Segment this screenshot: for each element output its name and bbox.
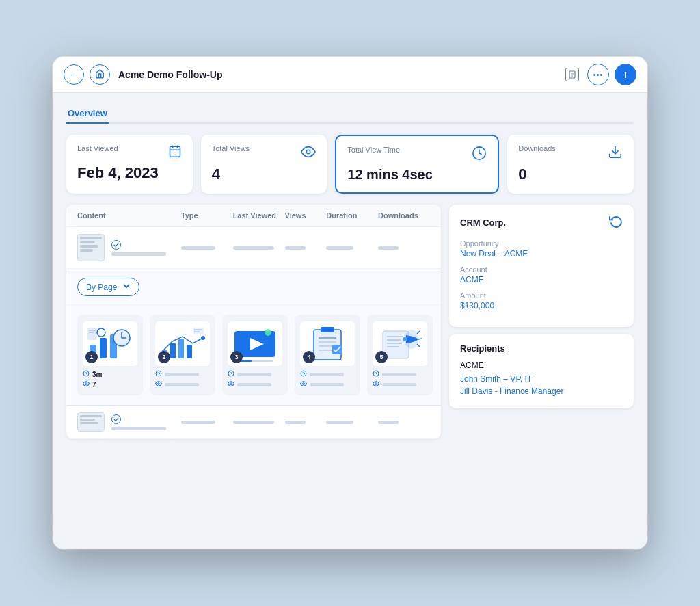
tab-bar: Overview <box>66 104 634 124</box>
content-thumb-2 <box>77 412 181 432</box>
views-icon-1 <box>83 380 90 388</box>
clock-icon <box>472 146 487 164</box>
views-row-1: 7 <box>83 380 137 388</box>
more-button[interactable]: ••• <box>587 64 609 85</box>
last-viewed-label: Last Viewed <box>77 144 118 153</box>
svg-point-55 <box>303 383 305 385</box>
crm-header: CRM Corp. <box>460 214 623 231</box>
download-icon <box>608 144 623 163</box>
thumb-meta-3 <box>228 370 282 388</box>
downloads-bar-t2 <box>378 421 399 424</box>
amount-value: $130,000 <box>460 301 623 311</box>
back-button[interactable]: ← <box>64 64 84 85</box>
views-row-4 <box>300 380 355 388</box>
thumb-visual-2: 2 <box>155 321 210 366</box>
stat-total-views: Total Views 4 <box>201 135 327 194</box>
svg-line-68 <box>376 373 377 374</box>
tab-overview[interactable]: Overview <box>66 104 109 124</box>
views-icon-4 <box>300 380 307 388</box>
thumb-visual-4: 4 <box>300 321 355 366</box>
thumb-info-2 <box>111 414 166 430</box>
page-num-5: 5 <box>375 351 388 363</box>
timer-icon-5 <box>373 370 379 378</box>
duration-bar-3 <box>237 373 271 376</box>
svg-line-22 <box>86 373 88 374</box>
more-icon: ••• <box>593 70 604 79</box>
amount-label: Amount <box>460 291 623 300</box>
main-window: ← Acme Demo Follow-Up •• <box>53 57 647 549</box>
crm-title: CRM Corp. <box>460 218 506 228</box>
svg-rect-46 <box>321 327 334 332</box>
svg-point-28 <box>201 336 205 340</box>
expanded-section: By Page <box>66 269 441 406</box>
col-downloads: Downloads <box>378 211 430 220</box>
info-button[interactable]: i <box>615 64 636 85</box>
stat-last-viewed: Last Viewed Feb 4, 2023 <box>66 135 193 194</box>
last-viewed-bar-2 <box>233 421 274 424</box>
calendar-icon <box>168 144 182 161</box>
svg-point-35 <box>158 383 160 385</box>
opportunity-label: Opportunity <box>460 239 623 248</box>
recipient-company: ACME <box>460 360 623 370</box>
thumb-meta-1: 3m 7 <box>83 370 137 388</box>
type-bar-1 <box>181 246 215 250</box>
crm-account-field: Account ACME <box>460 265 623 285</box>
refresh-button[interactable] <box>609 214 623 231</box>
col-type: Type <box>181 211 233 220</box>
page-thumb-1[interactable]: 1 3m <box>77 315 143 395</box>
content-panel: Content Type Last Viewed Views Duration … <box>66 205 441 439</box>
table-header: Content Type Last Viewed Views Duration … <box>66 205 441 227</box>
stat-total-view-time: Total View Time 12 mins 4sec <box>335 135 499 194</box>
nav-buttons: ← <box>64 64 110 85</box>
thumb-preview-1 <box>77 234 105 261</box>
timer-icon-2 <box>155 370 162 378</box>
downloads-bar-1 <box>378 246 399 250</box>
by-page-dropdown[interactable]: By Page <box>77 278 139 296</box>
right-panels: CRM Corp. Opportunity New Deal – ACME <box>449 205 634 439</box>
page-thumb-2[interactable]: 2 <box>150 315 215 395</box>
svg-point-38 <box>265 329 271 336</box>
home-button[interactable] <box>90 64 110 85</box>
duration-row-2 <box>155 370 210 378</box>
svg-rect-27 <box>187 345 192 358</box>
svg-rect-25 <box>170 343 176 358</box>
duration-row-4 <box>300 370 355 378</box>
views-row-3 <box>228 380 282 388</box>
svg-line-65 <box>417 344 420 347</box>
duration-value-1: 3m <box>92 371 102 378</box>
type-bar-2 <box>181 421 215 424</box>
recipient-john-smith[interactable]: John Smith – VP, IT <box>460 374 623 384</box>
svg-line-54 <box>304 373 305 374</box>
tab-other[interactable] <box>122 110 125 118</box>
doc-icon <box>565 68 579 81</box>
by-page-section: By Page <box>66 269 441 305</box>
views-icon-2 <box>155 380 162 388</box>
thumbnails-grid: 1 3m <box>66 305 441 405</box>
eye-icon <box>301 144 316 163</box>
timer-icon-4 <box>300 370 307 378</box>
window-title: Acme Demo Follow-Up <box>118 69 557 80</box>
duration-bar-5 <box>382 373 416 376</box>
check-icon-2 <box>111 414 121 424</box>
recipient-jill-davis[interactable]: Jill Davis - Finance Manager <box>460 386 623 396</box>
downloads-label: Downloads <box>518 144 555 153</box>
page-thumb-5[interactable]: 5 <box>367 315 433 395</box>
page-num-3: 3 <box>230 351 243 363</box>
views-bar-t2 <box>285 421 306 424</box>
thumb-meta-5 <box>373 370 427 388</box>
main-grid: Content Type Last Viewed Views Duration … <box>66 205 634 439</box>
crm-opportunity-field: Opportunity New Deal – ACME <box>460 239 623 259</box>
views-bar-5 <box>382 383 416 386</box>
opportunity-value[interactable]: New Deal – ACME <box>460 249 623 259</box>
svg-rect-26 <box>178 339 184 358</box>
views-row-5 <box>373 380 427 388</box>
svg-rect-15 <box>88 328 97 340</box>
views-value-1: 7 <box>92 381 96 388</box>
account-value[interactable]: ACME <box>460 275 623 285</box>
page-thumb-4[interactable]: 4 <box>295 315 360 395</box>
titlebar-actions: ••• i <box>587 64 636 85</box>
svg-point-8 <box>307 150 311 154</box>
views-row-2 <box>155 380 210 388</box>
page-thumb-3[interactable]: 3 <box>222 315 288 395</box>
duration-bar-4 <box>310 373 344 376</box>
